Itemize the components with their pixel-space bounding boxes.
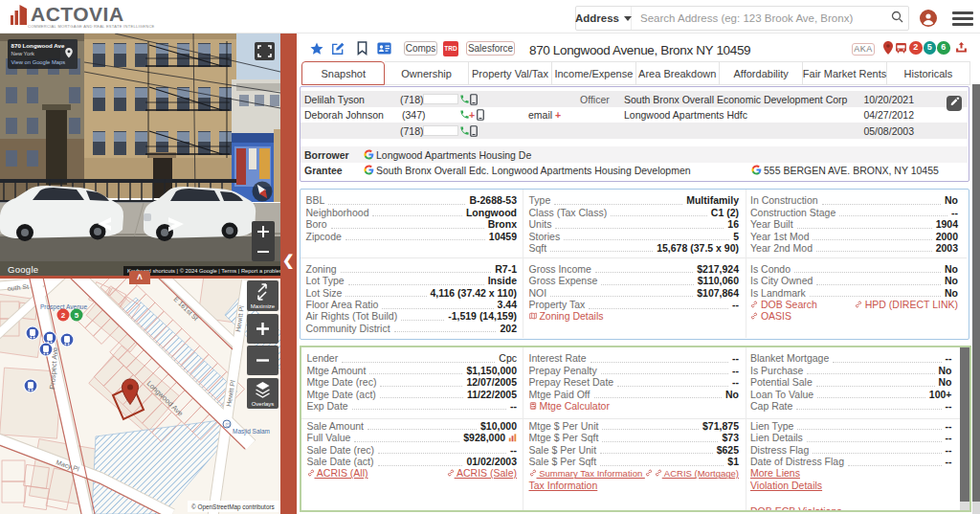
svg-text:Overlays: Overlays	[252, 401, 275, 407]
svg-text:View on Google Maps: View on Google Maps	[11, 59, 66, 65]
svg-text:Keyboard shortcuts | © 2024 Go: Keyboard shortcuts | © 2024 Google | Ter…	[127, 268, 280, 274]
svg-text:Maximize: Maximize	[251, 303, 276, 309]
svg-text:5: 5	[75, 311, 79, 320]
svg-text:Masjid Salam: Masjid Salam	[233, 428, 270, 436]
svg-text:870 Longwood Ave: 870 Longwood Ave	[11, 42, 65, 49]
svg-text:2: 2	[61, 311, 66, 320]
svg-text:© OpenStreetMap contributors: © OpenStreetMap contributors	[191, 503, 275, 511]
svg-text:⏲: ⏲	[225, 421, 230, 428]
svg-text:New York: New York	[11, 51, 35, 56]
svg-text:Google: Google	[8, 264, 38, 275]
